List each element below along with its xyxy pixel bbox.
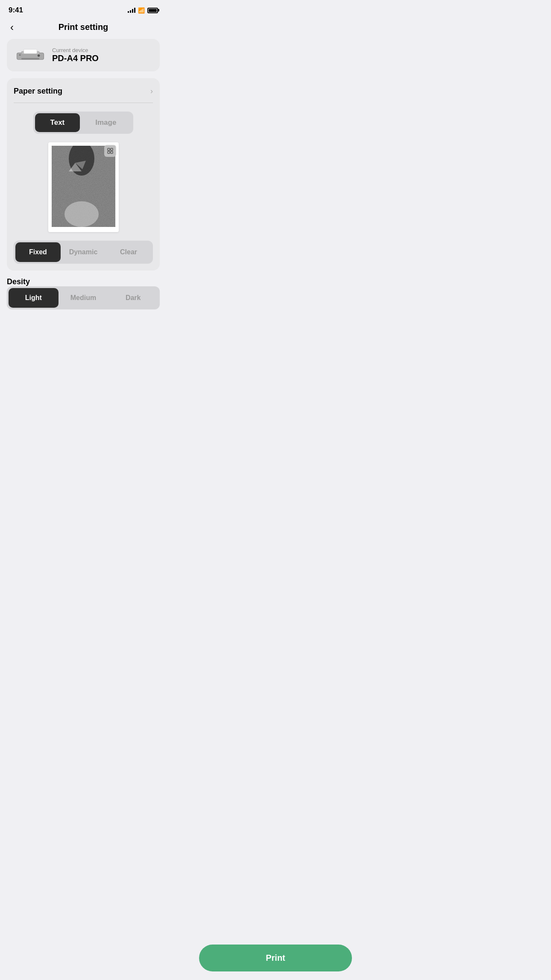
svg-rect-15 bbox=[111, 151, 113, 153]
divider bbox=[14, 103, 153, 103]
expand-icon[interactable] bbox=[104, 145, 116, 157]
svg-rect-2 bbox=[24, 49, 37, 53]
svg-rect-12 bbox=[108, 148, 110, 150]
status-bar: 9:41 📶 bbox=[0, 0, 167, 18]
device-name: PD-A4 PRO bbox=[52, 53, 99, 63]
chevron-right-icon: › bbox=[150, 87, 153, 96]
clear-mode-button[interactable]: Clear bbox=[106, 242, 151, 262]
render-mode-selector: Fixed Dynamic Clear bbox=[14, 241, 153, 264]
density-section: Desity Light Medium Dark bbox=[7, 277, 160, 309]
preview-container bbox=[14, 142, 153, 232]
print-mode-toggle: Text Image bbox=[33, 112, 134, 134]
svg-rect-13 bbox=[111, 148, 113, 150]
main-card: Paper setting › Text Image bbox=[7, 78, 160, 271]
noise-pattern bbox=[52, 146, 115, 227]
header: ‹ Print setting bbox=[0, 18, 167, 39]
status-time: 9:41 bbox=[9, 6, 23, 15]
svg-rect-5 bbox=[19, 54, 21, 56]
battery-icon bbox=[147, 8, 158, 13]
preview-card bbox=[48, 142, 119, 232]
device-card: Current device PD-A4 PRO bbox=[7, 39, 160, 71]
dynamic-mode-button[interactable]: Dynamic bbox=[61, 242, 106, 262]
density-label: Desity bbox=[7, 277, 30, 286]
status-icons: 📶 bbox=[128, 7, 158, 14]
printer-icon bbox=[15, 47, 45, 64]
svg-point-11 bbox=[64, 201, 99, 227]
text-mode-button[interactable]: Text bbox=[35, 113, 80, 132]
paper-setting-row[interactable]: Paper setting › bbox=[14, 87, 153, 96]
fixed-mode-button[interactable]: Fixed bbox=[15, 242, 61, 262]
image-mode-button[interactable]: Image bbox=[80, 113, 132, 132]
dark-density-button[interactable]: Dark bbox=[108, 288, 158, 308]
device-info: Current device PD-A4 PRO bbox=[52, 47, 99, 63]
page-title: Print setting bbox=[59, 22, 108, 32]
light-density-button[interactable]: Light bbox=[9, 288, 59, 308]
paper-setting-label: Paper setting bbox=[14, 87, 62, 96]
signal-icon bbox=[128, 8, 135, 13]
preview-image bbox=[52, 146, 115, 227]
wifi-icon: 📶 bbox=[138, 7, 145, 14]
device-label: Current device bbox=[52, 47, 99, 53]
svg-point-4 bbox=[38, 54, 40, 57]
svg-rect-3 bbox=[21, 58, 39, 60]
density-selector: Light Medium Dark bbox=[7, 286, 160, 309]
medium-density-button[interactable]: Medium bbox=[59, 288, 108, 308]
svg-rect-14 bbox=[108, 151, 110, 153]
back-button[interactable]: ‹ bbox=[9, 21, 15, 34]
